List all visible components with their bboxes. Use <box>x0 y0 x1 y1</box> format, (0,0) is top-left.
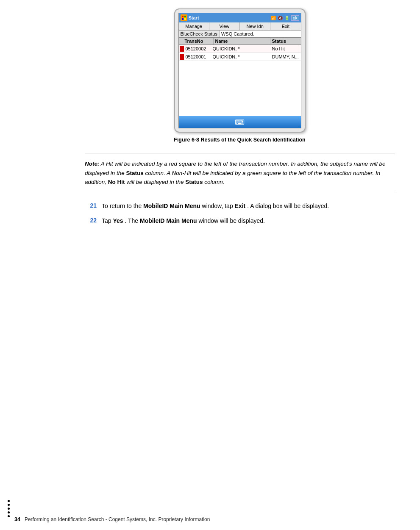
step21-text2: window, tap <box>202 203 235 209</box>
dot-4 <box>8 511 10 513</box>
title-bar: Start 📶 🔇 🔋 ok <box>179 13 301 22</box>
step21-exit-bold: Exit <box>235 203 246 209</box>
page-number: 34 <box>14 516 20 522</box>
dot-2 <box>8 504 10 506</box>
dot-3 <box>8 508 10 510</box>
footer: 34 Performing an Identification Search -… <box>14 516 407 522</box>
svg-rect-3 <box>184 18 186 20</box>
row2-indicator <box>180 54 184 60</box>
step-22: 22 Tap Yes . The MobileID Main Menu wind… <box>85 216 395 226</box>
step-22-content: Tap Yes . The MobileID Main Menu window … <box>102 216 395 226</box>
status-row: BlueCheck Status WSQ Captured. <box>179 31 301 38</box>
mute-icon: 🔇 <box>278 16 283 20</box>
battery-icon: 🔋 <box>284 16 289 20</box>
table-header: TransNo Name Status <box>179 38 301 45</box>
device-screen: Start 📶 🔇 🔋 ok Manage View New I <box>178 13 301 128</box>
keyboard-bar[interactable]: ⌨ <box>179 116 301 128</box>
step-21: 21 To return to the MobileID Main Menu w… <box>85 202 395 211</box>
figure-caption: Figure 6-8 Results of the Quick Search I… <box>85 137 395 143</box>
view-button[interactable]: View <box>209 22 240 30</box>
svg-rect-1 <box>184 16 186 17</box>
keyboard-icon: ⌨ <box>235 118 245 126</box>
step22-text3: window will be displayed. <box>199 217 265 224</box>
new-idn-button[interactable]: New Idn <box>240 22 270 30</box>
manage-button[interactable]: Manage <box>179 22 209 30</box>
note-label: Note: <box>85 161 100 167</box>
row1-status: No Hit <box>270 45 301 52</box>
title-bar-right: 📶 🔇 🔋 ok <box>271 15 299 21</box>
step-22-number: 22 <box>85 216 97 224</box>
windows-mobile-icon <box>181 14 187 21</box>
signal-icon: 📶 <box>271 16 276 20</box>
bluecheck-status-value: WSQ Captured. <box>220 31 301 37</box>
step22-mobileid-bold: MobileID Main Menu <box>140 217 197 224</box>
content-area: Start 📶 🔇 🔋 ok Manage View New I <box>85 8 395 232</box>
header-status: Status <box>270 38 301 44</box>
row2-status: DUMMY, N... <box>270 53 301 60</box>
start-label[interactable]: Start <box>189 15 199 20</box>
dot-5 <box>8 515 10 517</box>
header-transno: TransNo <box>183 38 214 44</box>
footer-text: Performing an Identification Search - Co… <box>25 516 210 522</box>
menu-bar: Manage View New Idn Exit <box>179 22 301 31</box>
step21-text3: . A dialog box will be displayed. <box>247 203 329 209</box>
header-name: Name <box>214 38 270 44</box>
note-text-part3: will be displayed in the <box>126 179 185 185</box>
note-status-bold: Status <box>126 170 144 176</box>
left-margin-dots <box>8 500 10 517</box>
dot-1 <box>8 500 10 502</box>
page-container: Start 📶 🔇 🔋 ok Manage View New I <box>0 0 420 530</box>
step21-mobileid-bold: MobileID Main Menu <box>143 203 200 209</box>
note-text: Note: A Hit will be indicated by a red s… <box>85 159 395 187</box>
note-nohit-bold: No Hit <box>108 179 125 185</box>
title-bar-left: Start <box>181 14 199 21</box>
step-21-number: 21 <box>85 202 97 209</box>
exit-button[interactable]: Exit <box>270 22 300 30</box>
device-screenshot: Start 📶 🔇 🔋 ok Manage View New I <box>85 8 395 133</box>
table-row[interactable]: 05120001 QUICKIDN, * DUMMY, N... <box>179 53 301 61</box>
bluecheck-status-label: BlueCheck Status <box>179 31 220 37</box>
empty-table-area <box>179 61 301 116</box>
device-frame: Start 📶 🔇 🔋 ok Manage View New I <box>174 8 306 133</box>
steps-container: 21 To return to the MobileID Main Menu w… <box>85 202 395 226</box>
row2-name: QUICKIDN, * <box>211 53 270 60</box>
svg-rect-2 <box>182 18 184 20</box>
note-box: Note: A Hit will be indicated by a red s… <box>85 153 395 193</box>
svg-rect-0 <box>182 16 184 17</box>
step21-text1: To return to the <box>102 203 143 209</box>
row1-name: QUICKIDN, * <box>211 45 270 52</box>
step22-text1: Tap <box>102 217 113 224</box>
table-row[interactable]: 05120002 QUICKIDN, * No Hit <box>179 45 301 53</box>
step-21-content: To return to the MobileID Main Menu wind… <box>102 202 395 211</box>
row2-transno: 05120001 <box>185 53 211 60</box>
step22-text2: . The <box>125 217 140 224</box>
note-text-part4: column. <box>204 179 224 185</box>
row1-transno: 05120002 <box>185 45 211 52</box>
ok-button[interactable]: ok <box>291 15 299 21</box>
step22-yes-bold: Yes <box>113 217 123 224</box>
note-status-bold2: Status <box>185 179 203 185</box>
row1-indicator <box>180 46 184 52</box>
